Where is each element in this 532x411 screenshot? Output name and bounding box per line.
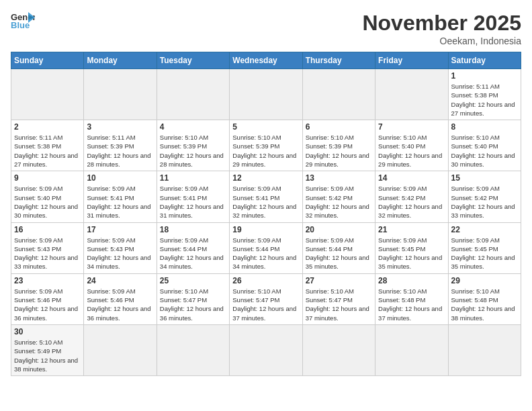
calendar-cell	[11, 69, 84, 120]
day-info: Sunrise: 5:10 AMSunset: 5:47 PMDaylight:…	[306, 287, 372, 322]
calendar-cell	[230, 69, 302, 120]
page-header: General Blue November 2025 Oeekam, Indon…	[11, 11, 521, 46]
day-info: Sunrise: 5:09 AMSunset: 5:45 PMDaylight:…	[378, 236, 445, 271]
calendar-cell	[302, 324, 375, 375]
day-number: 27	[306, 276, 372, 285]
day-info: Sunrise: 5:09 AMSunset: 5:45 PMDaylight:…	[451, 236, 518, 271]
calendar-cell: 26Sunrise: 5:10 AMSunset: 5:47 PMDayligh…	[230, 273, 302, 324]
calendar-cell: 1Sunrise: 5:11 AMSunset: 5:38 PMDaylight…	[448, 69, 521, 120]
day-info: Sunrise: 5:10 AMSunset: 5:47 PMDaylight:…	[160, 287, 226, 322]
calendar-cell: 16Sunrise: 5:09 AMSunset: 5:43 PMDayligh…	[11, 222, 84, 273]
calendar-cell: 7Sunrise: 5:10 AMSunset: 5:40 PMDaylight…	[375, 120, 448, 171]
day-number: 24	[87, 276, 153, 285]
calendar-cell: 28Sunrise: 5:10 AMSunset: 5:48 PMDayligh…	[375, 273, 448, 324]
calendar-cell	[157, 324, 229, 375]
day-number: 13	[306, 173, 372, 183]
header-saturday: Saturday	[448, 52, 521, 69]
day-info: Sunrise: 5:09 AMSunset: 5:41 PMDaylight:…	[160, 184, 226, 220]
day-number: 28	[378, 276, 445, 285]
day-number: 26	[232, 276, 299, 285]
header-sunday: Sunday	[11, 52, 84, 69]
day-number: 21	[378, 225, 445, 234]
day-number: 3	[87, 122, 153, 132]
calendar-cell: 27Sunrise: 5:10 AMSunset: 5:47 PMDayligh…	[302, 273, 375, 324]
day-info: Sunrise: 5:09 AMSunset: 5:41 PMDaylight:…	[87, 184, 153, 220]
day-info: Sunrise: 5:10 AMSunset: 5:48 PMDaylight:…	[378, 287, 445, 322]
calendar-row: 1Sunrise: 5:11 AMSunset: 5:38 PMDaylight…	[11, 69, 521, 120]
calendar-cell: 9Sunrise: 5:09 AMSunset: 5:40 PMDaylight…	[11, 171, 84, 222]
day-info: Sunrise: 5:10 AMSunset: 5:47 PMDaylight:…	[232, 287, 299, 322]
day-info: Sunrise: 5:09 AMSunset: 5:44 PMDaylight:…	[306, 236, 372, 271]
day-number: 5	[232, 122, 299, 132]
day-number: 8	[451, 122, 518, 132]
calendar-cell: 29Sunrise: 5:10 AMSunset: 5:48 PMDayligh…	[448, 273, 521, 324]
day-info: Sunrise: 5:09 AMSunset: 5:42 PMDaylight:…	[378, 184, 445, 220]
day-number: 10	[87, 173, 153, 183]
weekday-header-row: Sunday Monday Tuesday Wednesday Thursday…	[11, 52, 521, 69]
day-number: 2	[14, 122, 81, 132]
calendar-cell: 4Sunrise: 5:10 AMSunset: 5:39 PMDaylight…	[157, 120, 229, 171]
header-friday: Friday	[375, 52, 448, 69]
day-info: Sunrise: 5:11 AMSunset: 5:38 PMDaylight:…	[451, 82, 518, 118]
day-info: Sunrise: 5:09 AMSunset: 5:42 PMDaylight:…	[306, 184, 372, 220]
day-info: Sunrise: 5:11 AMSunset: 5:39 PMDaylight:…	[87, 133, 153, 169]
day-info: Sunrise: 5:09 AMSunset: 5:46 PMDaylight:…	[87, 287, 153, 322]
calendar-row: 9Sunrise: 5:09 AMSunset: 5:40 PMDaylight…	[11, 171, 521, 222]
calendar-cell	[375, 324, 448, 375]
calendar-cell: 12Sunrise: 5:09 AMSunset: 5:41 PMDayligh…	[230, 171, 302, 222]
day-info: Sunrise: 5:10 AMSunset: 5:39 PMDaylight:…	[160, 133, 226, 169]
calendar-cell: 15Sunrise: 5:09 AMSunset: 5:42 PMDayligh…	[448, 171, 521, 222]
day-info: Sunrise: 5:09 AMSunset: 5:40 PMDaylight:…	[14, 184, 81, 220]
month-title: November 2025	[362, 11, 521, 36]
day-number: 4	[160, 122, 226, 132]
calendar-cell	[302, 69, 375, 120]
calendar-cell: 20Sunrise: 5:09 AMSunset: 5:44 PMDayligh…	[302, 222, 375, 273]
day-number: 23	[14, 276, 81, 285]
calendar-table: Sunday Monday Tuesday Wednesday Thursday…	[11, 52, 521, 376]
day-number: 14	[378, 173, 445, 183]
day-info: Sunrise: 5:10 AMSunset: 5:39 PMDaylight:…	[232, 133, 299, 169]
calendar-row: 16Sunrise: 5:09 AMSunset: 5:43 PMDayligh…	[11, 222, 521, 273]
day-info: Sunrise: 5:09 AMSunset: 5:44 PMDaylight:…	[232, 236, 299, 271]
day-number: 19	[232, 225, 299, 234]
calendar-cell: 19Sunrise: 5:09 AMSunset: 5:44 PMDayligh…	[230, 222, 302, 273]
header-monday: Monday	[84, 52, 157, 69]
calendar-cell: 30Sunrise: 5:10 AMSunset: 5:49 PMDayligh…	[11, 324, 84, 375]
day-number: 16	[14, 225, 81, 234]
calendar-cell: 22Sunrise: 5:09 AMSunset: 5:45 PMDayligh…	[448, 222, 521, 273]
day-number: 29	[451, 276, 518, 285]
day-number: 20	[306, 225, 372, 234]
calendar-cell: 14Sunrise: 5:09 AMSunset: 5:42 PMDayligh…	[375, 171, 448, 222]
calendar-cell: 3Sunrise: 5:11 AMSunset: 5:39 PMDaylight…	[84, 120, 157, 171]
calendar-cell: 6Sunrise: 5:10 AMSunset: 5:39 PMDaylight…	[302, 120, 375, 171]
calendar-cell: 5Sunrise: 5:10 AMSunset: 5:39 PMDaylight…	[230, 120, 302, 171]
day-info: Sunrise: 5:09 AMSunset: 5:43 PMDaylight:…	[87, 236, 153, 271]
day-info: Sunrise: 5:10 AMSunset: 5:48 PMDaylight:…	[451, 287, 518, 322]
calendar-cell: 23Sunrise: 5:09 AMSunset: 5:46 PMDayligh…	[11, 273, 84, 324]
day-number: 22	[451, 225, 518, 234]
location: Oeekam, Indonesia	[362, 36, 521, 46]
calendar-cell	[448, 324, 521, 375]
day-number: 30	[14, 327, 81, 336]
calendar-row: 2Sunrise: 5:11 AMSunset: 5:38 PMDaylight…	[11, 120, 521, 171]
header-wednesday: Wednesday	[230, 52, 302, 69]
day-info: Sunrise: 5:09 AMSunset: 5:44 PMDaylight:…	[160, 236, 226, 271]
day-info: Sunrise: 5:10 AMSunset: 5:49 PMDaylight:…	[14, 338, 81, 373]
calendar-cell	[230, 324, 302, 375]
day-info: Sunrise: 5:09 AMSunset: 5:46 PMDaylight:…	[14, 287, 81, 322]
day-info: Sunrise: 5:10 AMSunset: 5:40 PMDaylight:…	[378, 133, 445, 169]
day-number: 9	[14, 173, 81, 183]
calendar-cell: 25Sunrise: 5:10 AMSunset: 5:47 PMDayligh…	[157, 273, 229, 324]
calendar-cell: 18Sunrise: 5:09 AMSunset: 5:44 PMDayligh…	[157, 222, 229, 273]
calendar-cell	[375, 69, 448, 120]
day-info: Sunrise: 5:11 AMSunset: 5:38 PMDaylight:…	[14, 133, 81, 169]
header-thursday: Thursday	[302, 52, 375, 69]
calendar-row: 23Sunrise: 5:09 AMSunset: 5:46 PMDayligh…	[11, 273, 521, 324]
logo-icon: General Blue	[11, 11, 35, 31]
day-number: 1	[451, 71, 518, 81]
day-number: 17	[87, 225, 153, 234]
day-info: Sunrise: 5:09 AMSunset: 5:42 PMDaylight:…	[451, 184, 518, 220]
day-number: 18	[160, 225, 226, 234]
day-number: 7	[378, 122, 445, 132]
calendar-cell: 17Sunrise: 5:09 AMSunset: 5:43 PMDayligh…	[84, 222, 157, 273]
